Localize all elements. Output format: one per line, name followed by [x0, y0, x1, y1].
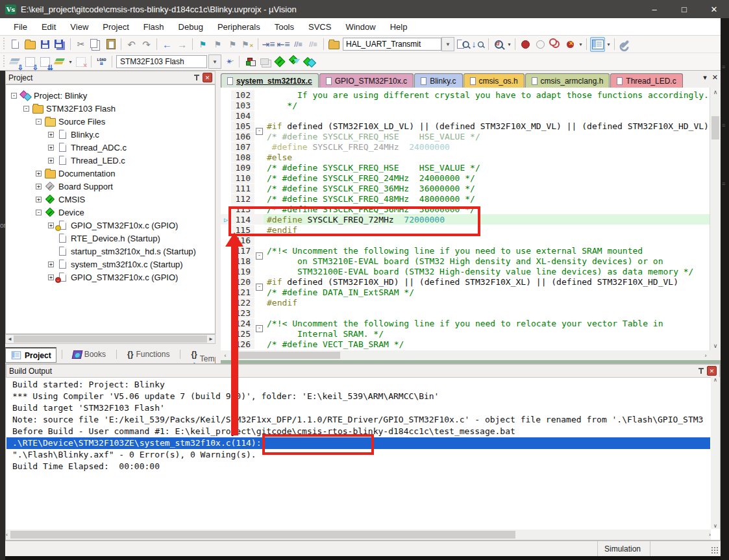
menu-window[interactable]: Window [338, 19, 382, 34]
close-button[interactable]: ✕ [699, 0, 729, 18]
code-line-125[interactable]: 125 Internal SRAM. */ [221, 328, 710, 339]
tree-item-board-support[interactable]: +Board Support [6, 180, 215, 193]
code-line-122[interactable]: 122#endif [221, 297, 710, 308]
menu-edit[interactable]: Edit [34, 19, 63, 34]
paste-icon[interactable] [104, 38, 117, 51]
menu-peripherals[interactable]: Peripherals [210, 19, 267, 34]
code-line-103[interactable]: 103 */ [221, 100, 710, 110]
batch-build-icon-dropdown[interactable]: ▾ [68, 59, 73, 65]
clear-bookmarks-icon[interactable]: ⚑✕ [241, 38, 254, 51]
build-output-line[interactable]: Build target 'STM32F103 Flash' [6, 402, 710, 414]
batch-build-icon[interactable] [53, 55, 67, 69]
panel-tab-books[interactable]: Books [68, 347, 111, 361]
menu-help[interactable]: Help [383, 19, 415, 34]
code-line-123[interactable]: 123 [221, 308, 710, 318]
tree-item-blinky-c[interactable]: +Blinky.c [6, 128, 215, 141]
code-line-110[interactable]: 110/* #define SYSCLK_FREQ_24MHz 24000000… [221, 173, 710, 183]
panel-tab-functions[interactable]: {}Functions [122, 347, 175, 361]
rebuild-icon[interactable]: ⇊ [38, 55, 52, 69]
build-output-line[interactable]: Build Time Elapsed: 00:00:00 [6, 461, 710, 472]
menu-svcs[interactable]: SVCS [301, 19, 338, 34]
browse-find-icon[interactable]: d [492, 38, 506, 51]
translate-icon[interactable]: ⇩ [8, 55, 22, 69]
collapse-icon[interactable]: - [23, 106, 29, 112]
build-output-line[interactable]: ".\Flash\Blinky.axf" - 0 Error(s), 0 War… [6, 449, 710, 461]
build-output-line[interactable]: Before Build - User command #1: E:\keil_… [6, 426, 710, 437]
menu-tools[interactable]: Tools [267, 19, 301, 34]
editor-tab-thread-led-c[interactable]: Thread_LED.c [610, 73, 682, 88]
rte-icon[interactable] [273, 55, 286, 69]
project-panel-close-icon[interactable]: ✕ [203, 73, 212, 82]
disable-breakpoint-icon[interactable] [534, 38, 547, 51]
select-packs-icon[interactable] [288, 55, 301, 69]
tab-close-icon[interactable]: ✕ [712, 73, 718, 82]
unindent-icon[interactable]: ⇤≡ [277, 38, 290, 51]
expand-icon[interactable]: + [36, 171, 42, 177]
manage-items-icon[interactable] [243, 55, 256, 69]
code-line-120[interactable]: 120-#if defined (STM32F10X_HD) || (defin… [221, 276, 710, 287]
build-output-line-selected[interactable]: .\RTE\Device\STM32F103ZE\system_stm32f10… [6, 437, 710, 449]
navigate-forward-icon[interactable]: → [175, 38, 189, 51]
tree-item-gpio-stm32f10x-c-gpio-[interactable]: +−GPIO_STM32F10x.c (GPIO) [6, 271, 215, 284]
code-line-104[interactable]: 104 [221, 110, 710, 121]
code-line-112[interactable]: 112/* #define SYSCLK_FREQ_48MHz 48000000… [221, 193, 710, 204]
tree-item-startup-stm32f10x-hd-s-startup-[interactable]: startup_stm32f10x_hd.s (Startup) [6, 245, 215, 258]
expand-icon[interactable]: + [48, 223, 54, 228]
scroll-down-icon[interactable]: ∨ [711, 523, 720, 529]
pin-icon[interactable] [700, 368, 702, 374]
toggle-bookmark-icon[interactable]: ⚑ [196, 38, 210, 51]
expand-icon[interactable]: + [48, 274, 54, 280]
panel-splitter[interactable] [216, 71, 221, 363]
search-files-icon[interactable] [456, 38, 470, 51]
code-line-109[interactable]: 109/* #define SYSCLK_FREQ_HSE HSE_VALUE … [221, 162, 710, 173]
options-target-icon[interactable]: ✶∕ [222, 55, 236, 69]
expand-icon[interactable]: + [48, 158, 54, 164]
menu-view[interactable]: View [63, 19, 95, 34]
code-line-108[interactable]: 108#else [221, 152, 710, 162]
target-select-dropdown-icon[interactable]: ▼ [208, 55, 221, 69]
navigate-back-icon[interactable]: ← [160, 38, 174, 51]
code-line-114[interactable]: ▷114#define SYSCLK_FREQ_72MHz 72000000 [221, 214, 710, 225]
scroll-right-icon[interactable]: › [709, 531, 711, 538]
menu-file[interactable]: File [6, 19, 34, 34]
maximize-button[interactable]: □ [669, 0, 699, 18]
code-line-118[interactable]: 118 on STM3210E-EVAL board (STM32 High d… [221, 256, 710, 266]
enable-disable-breakpoint-icon[interactable] [549, 38, 562, 51]
previous-bookmark-icon[interactable]: ⚑ [211, 38, 225, 51]
scroll-left-icon[interactable]: ‹ [221, 352, 230, 359]
file-extensions-icon[interactable] [258, 55, 271, 69]
save-icon[interactable] [38, 38, 52, 51]
code-line-115[interactable]: 115#endif [221, 225, 710, 235]
build-output-line[interactable]: *** Using Compiler 'V5.06 update 7 (buil… [6, 391, 710, 402]
scroll-thumb[interactable] [10, 531, 515, 539]
project-windows-icon-dropdown[interactable]: ▾ [606, 42, 612, 47]
collapse-icon[interactable]: - [36, 119, 42, 125]
find-in-files-icon[interactable] [327, 38, 341, 51]
editor-horizontal-scrollbar[interactable]: ‹ › [221, 350, 710, 360]
minimize-button[interactable]: – [639, 0, 669, 18]
code-line-107[interactable]: 107 #define SYSCLK_FREQ_24MHz 24000000 [221, 141, 710, 152]
comment-icon[interactable]: //≡ [291, 38, 305, 51]
pin-icon[interactable] [196, 75, 197, 80]
expand-icon[interactable]: + [48, 262, 54, 267]
tab-overflow-icon[interactable]: ▾ [703, 73, 707, 82]
tree-item-gpio-stm32f10x-c-gpio-[interactable]: +GPIO_STM32F10x.c (GPIO) [6, 219, 215, 232]
build-output-vertical-scrollbar[interactable]: ∧ ∨ [711, 377, 720, 529]
build-output-line[interactable]: Note: source file 'E:/keil_539/Packs/Kei… [6, 414, 710, 426]
build-output-line[interactable]: Build started: Project: Blinky [6, 379, 710, 391]
download-icon[interactable]: LOAD⇊ [95, 55, 108, 69]
copy-icon[interactable] [89, 38, 103, 51]
tree-item-documentation[interactable]: +Documentation [6, 167, 215, 180]
tree-item-source-files[interactable]: -Source Files [6, 115, 215, 128]
code-line-124[interactable]: 124-/*!< Uncomment the following line if… [221, 318, 710, 328]
scroll-down-icon[interactable]: ∨ [710, 341, 721, 350]
scroll-thumb[interactable] [711, 116, 719, 140]
cut-icon[interactable]: ✂ [74, 38, 88, 51]
tree-item-project-blinky[interactable]: -Project: Blinky [6, 89, 215, 102]
uncomment-icon[interactable]: //≡ [306, 38, 320, 51]
tree-item-rte-device-h-startup-[interactable]: RTE_Device.h (Startup) [6, 232, 215, 245]
editor-vertical-scrollbar[interactable]: ∧ ∨ [710, 88, 721, 350]
target-select[interactable]: STM32F103 Flash [116, 55, 207, 68]
editor-tab-blinky-c[interactable]: Blinky.c [414, 73, 462, 88]
stop-build-icon[interactable]: ✕ [74, 55, 88, 69]
